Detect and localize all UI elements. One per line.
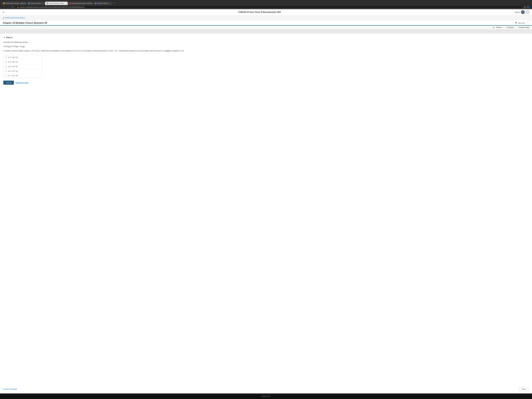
taskbar-label: MacBook Air [262, 395, 270, 397]
profile-icon[interactable]: 👤 [527, 6, 529, 8]
address-bar[interactable]: 🔒 session.masteringchemistry.com/myct/it… [15, 6, 523, 9]
tab-icon-5 [95, 2, 97, 4]
choice-e-label: 3.7 × 10−2 M [8, 75, 18, 77]
submit-button[interactable]: Submit [3, 81, 14, 85]
choice-c-label: 1.5 × 10−3 M [8, 65, 18, 68]
collapse-arrow[interactable]: ▼ [3, 36, 5, 39]
choice-c[interactable]: 1.5 × 10−3 M [3, 64, 42, 69]
provide-feedback-link[interactable]: Provide Feedback [3, 388, 17, 390]
constants-link[interactable]: Constants [507, 26, 514, 28]
lock-icon: 🔒 [17, 6, 19, 8]
tab-label-4: MasteringChemistry: CHE154 [72, 2, 92, 4]
new-tab-button[interactable]: + [112, 1, 116, 5]
part-a-header: ▼ Part A [3, 36, 529, 39]
choice-d-label: 4.2 × 10−4 M [8, 70, 18, 72]
avatar[interactable]: 👤 [521, 10, 525, 14]
tab-label-3: Smart Pearson Player [49, 2, 64, 4]
breadcrumb-bar: ❮ CHE154 S20 CH16 Sec6-9 [0, 15, 532, 20]
choice-d[interactable]: 4.2 × 10−4 M [3, 69, 42, 73]
tab-pearson-player[interactable]: Pearson Player ✕ [27, 2, 45, 5]
address-bar-row: ← → ↺ 🔒 session.masteringchemistry.com/m… [1, 5, 531, 9]
user-area: Ayana 👤 ? [515, 10, 529, 14]
forward-button[interactable]: → [7, 6, 10, 8]
choice-b[interactable]: 2.1 × 10−2 M [3, 60, 42, 64]
radio-b[interactable] [5, 61, 7, 63]
app-container: ≡ CHE154-H Gen Chem II Bronikowski S20 A… [0, 9, 532, 393]
progress-text: 28 of 42 [518, 22, 525, 24]
tab-icon-2 [28, 2, 30, 4]
next-arrow[interactable]: › [526, 21, 529, 25]
tab-label-2: Pearson Player [31, 2, 41, 4]
tab-smart-pearson[interactable]: Smart Pearson Player ✕ [45, 2, 68, 5]
next-button[interactable]: Next › [519, 387, 529, 391]
resources-bar: ■ Review | Constants | Periodic Table [0, 26, 532, 29]
tab-label-5: Pearson Sign In [97, 2, 108, 4]
action-buttons: Submit Request Answer [3, 81, 529, 85]
problem-description: A reaction mixture initially contains 1.… [3, 49, 529, 52]
tab-icon-1 [3, 2, 5, 4]
app-title: CHE154-H Gen Chem II Bronikowski S20 [6, 11, 513, 13]
taskbar: MacBook Air [0, 393, 532, 399]
radio-a[interactable] [5, 56, 7, 58]
app-header: ≡ CHE154-H Gen Chem II Bronikowski S20 A… [0, 9, 532, 15]
choice-b-label: 2.1 × 10−2 M [8, 61, 18, 63]
answer-choices: 1.3 × 10−3 M 2.1 × 10−2 M 1.5 × 10−3 M 4… [3, 55, 42, 78]
equation: COCl2(g) ⇌ CO(g) + Cl2(g) [3, 45, 529, 48]
question-text: Consider the following reaction: [3, 41, 529, 44]
gray-band [0, 29, 532, 33]
periodic-table-link[interactable]: Periodic Table [519, 26, 529, 28]
user-name: Ayana [515, 11, 520, 13]
tab-masteringchem-1[interactable]: MasteringChemistry: CHE154 ✕ [1, 2, 26, 5]
progress-nav: ⚑ 28 of 42 › [515, 21, 529, 25]
section-title: Chapter 16 Multiple Choice Question 40 [3, 22, 47, 24]
tab-icon-3 [47, 2, 48, 4]
choice-a[interactable]: 1.3 × 10−3 M [3, 55, 42, 60]
hamburger-menu[interactable]: ≡ [3, 11, 4, 14]
radio-d[interactable] [5, 70, 7, 72]
extensions-icon[interactable]: ⊞ [524, 6, 526, 8]
flag-icon: ⚑ [515, 21, 517, 25]
tab-bar: MasteringChemistry: CHE154 ✕ Pearson Pla… [1, 1, 531, 5]
content-area: ▼ Part A Consider the following reaction… [0, 33, 532, 386]
tab-close-2[interactable]: ✕ [42, 3, 43, 4]
tab-close-3[interactable]: ✕ [65, 3, 66, 4]
url-text: session.masteringchemistry.com/myct/item… [19, 6, 85, 8]
radio-c[interactable] [5, 66, 7, 68]
review-link[interactable]: Review [496, 26, 501, 28]
choice-e[interactable]: 3.7 × 10−2 M [3, 73, 42, 78]
choice-a-label: 1.3 × 10−3 M [8, 56, 18, 58]
breadcrumb-link[interactable]: ❮ CHE154 S20 CH16 Sec6-9 [3, 17, 25, 19]
back-button[interactable]: ← [3, 6, 6, 8]
radio-e[interactable] [5, 75, 7, 77]
tab-pearson-signin[interactable]: Pearson Sign In ✕ [93, 2, 112, 5]
tab-icon-4 [70, 2, 71, 4]
tab-masteringchem-2[interactable]: MasteringChemistry: CHE154 ✕ [68, 2, 93, 5]
request-answer-button[interactable]: Request Answer [16, 82, 29, 84]
part-a-title: Part A [6, 36, 13, 39]
content-footer: Provide Feedback Next › [0, 386, 532, 393]
browser-actions: ⊞ 👤 [524, 6, 529, 8]
tab-close-5[interactable]: ✕ [109, 3, 110, 4]
refresh-button[interactable]: ↺ [11, 6, 14, 8]
browser-chrome: MasteringChemistry: CHE154 ✕ Pearson Pla… [0, 0, 532, 9]
tab-label-1: MasteringChemistry: CHE154 [6, 2, 26, 4]
help-button[interactable]: ? [526, 11, 529, 14]
